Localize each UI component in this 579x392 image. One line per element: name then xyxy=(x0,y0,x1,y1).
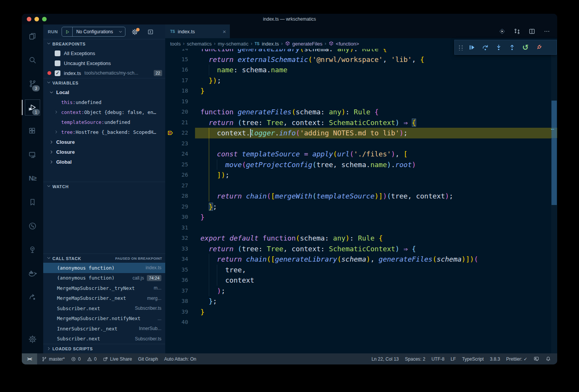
close-tab-icon[interactable]: × xyxy=(223,29,226,34)
variables-scope-local[interactable]: Local xyxy=(43,87,165,97)
overview-ruler[interactable] xyxy=(551,53,557,353)
gutter-line-number[interactable]: 28 xyxy=(165,191,188,202)
variable-row[interactable]: context: Object {debug: false, en… xyxy=(43,107,165,117)
watch-header[interactable]: WATCH xyxy=(43,182,165,191)
gutter-line-number[interactable]: 38 xyxy=(165,296,188,307)
code-line[interactable]: 15 return externalSchematic('@nrwl/works… xyxy=(165,54,551,65)
continue-button[interactable] xyxy=(466,42,478,53)
gutter-line-number[interactable]: 15 xyxy=(165,54,188,65)
gutter-line-number[interactable]: 24 xyxy=(165,149,188,159)
start-debug-icon[interactable] xyxy=(62,29,72,34)
checkbox[interactable] xyxy=(55,60,60,66)
code-line[interactable]: 29 }; xyxy=(165,202,551,212)
status-item-ln-22-col-13[interactable]: Ln 22, Col 13 xyxy=(368,353,402,364)
code-line[interactable]: 22 context.logger.info('adding NOTES.md … xyxy=(165,128,551,138)
gutter-line-number[interactable]: 39 xyxy=(165,307,188,317)
configuration-value[interactable]: No Configurations xyxy=(73,29,115,34)
code-line[interactable]: 20function generateFiles(schema: any): R… xyxy=(165,107,551,117)
open-changes-button[interactable] xyxy=(514,28,520,35)
checkbox[interactable]: ✓ xyxy=(55,70,60,76)
breadcrumb-item[interactable]: schematics xyxy=(187,41,211,47)
call-stack-frame[interactable]: Subscriber.nextSubscriber.ts xyxy=(43,303,165,314)
configure-gear-button[interactable] xyxy=(132,29,138,35)
code-line[interactable]: 17 }); xyxy=(165,75,551,86)
code-line[interactable]: 24 const templateSource = apply(url('./f… xyxy=(165,149,551,159)
code-line[interactable]: 25 move(getProjectConfig(tree, schema.na… xyxy=(165,159,551,170)
tab-index-ts[interactable]: TS index.ts × xyxy=(165,24,230,38)
gutter-line-number[interactable]: 26 xyxy=(165,170,188,181)
gutter-line-number[interactable]: 35 xyxy=(165,265,188,275)
checkbox[interactable] xyxy=(55,50,60,56)
drag-handle[interactable] xyxy=(458,44,463,50)
code-line[interactable]: 30} xyxy=(165,212,551,223)
status-item-git-graph[interactable]: Git Graph xyxy=(135,353,161,364)
breadcrumb-item[interactable]: tools xyxy=(170,41,181,47)
variable-row[interactable]: this: undefined xyxy=(43,97,165,107)
variable-row[interactable]: tree: HostTree {_backend: ScopedH… xyxy=(43,127,165,137)
title-bar[interactable]: index.ts — wrkschematics xyxy=(22,14,557,24)
more-actions-button[interactable] xyxy=(543,28,550,35)
restart-button[interactable]: ↺ xyxy=(519,42,532,53)
code-line[interactable]: 36 context xyxy=(165,275,551,286)
step-into-button[interactable] xyxy=(493,42,505,53)
call-stack-frame[interactable]: Subscriber.nextSubscriber.ts xyxy=(43,334,165,344)
activity-item-nx-console[interactable]: N≥ xyxy=(22,167,43,190)
call-stack-frame[interactable]: MergeMapSubscriber._nextmerg... xyxy=(43,293,165,304)
breadcrumb-item[interactable]: my-schematic xyxy=(218,41,249,47)
breadcrumb-item[interactable]: index.ts xyxy=(262,41,279,47)
code-line[interactable]: 23 xyxy=(165,138,551,149)
status-item-share[interactable]: Live Share xyxy=(100,353,135,364)
code-line[interactable]: 35 tree, xyxy=(165,265,551,275)
activity-item-extensions[interactable] xyxy=(22,119,43,143)
code-line[interactable]: 38 }; xyxy=(165,296,551,307)
code-line[interactable]: 39} xyxy=(165,307,551,317)
variables-scope-closure[interactable]: Closure xyxy=(43,137,165,147)
code-line[interactable]: 31 xyxy=(165,223,551,233)
activity-item-live-share[interactable] xyxy=(22,285,43,309)
status-item-bell[interactable] xyxy=(542,353,554,364)
code-line[interactable]: 32export default function(schema: any): … xyxy=(165,233,551,244)
traffic-lights[interactable] xyxy=(27,17,47,21)
activity-item-bookmarks[interactable] xyxy=(22,190,43,214)
gutter-line-number[interactable]: 17 xyxy=(165,75,188,86)
variable-row[interactable]: templateSource: undefined xyxy=(43,117,165,127)
configuration-dropdown[interactable]: No Configurations xyxy=(62,27,125,37)
status-item-prettier-[interactable]: Prettier: ✓ xyxy=(503,353,530,364)
gutter-line-number[interactable]: 23 xyxy=(165,138,188,149)
breakpoint-row[interactable]: All Exceptions xyxy=(43,48,165,58)
status-item-lf[interactable]: LF xyxy=(447,353,459,364)
status-item-auto-attach-on[interactable]: Auto Attach: On xyxy=(161,353,199,364)
variables-scope-global[interactable]: Global xyxy=(43,157,165,167)
activity-item-docker[interactable] xyxy=(22,262,43,285)
scrollbar-slider[interactable] xyxy=(551,101,557,205)
step-over-button[interactable] xyxy=(479,42,491,53)
breadcrumb-item[interactable]: generateFiles xyxy=(292,41,322,47)
gutter-line-number[interactable]: 40 xyxy=(165,317,188,328)
code-line[interactable]: 18} xyxy=(165,86,551,96)
breadcrumb-item[interactable]: <function> xyxy=(336,41,359,47)
status-item-warning[interactable]: 0 xyxy=(84,353,100,364)
code-line[interactable]: 26 ]); xyxy=(165,170,551,181)
disconnect-button[interactable] xyxy=(533,42,545,53)
activity-item-run-debug[interactable]: 1 xyxy=(22,96,43,119)
gutter-line-number[interactable]: 34 xyxy=(165,254,188,265)
gutter-line-number[interactable]: 36 xyxy=(165,275,188,286)
status-item-remote[interactable]: >< xyxy=(22,353,37,364)
gutter-line-number[interactable]: 30 xyxy=(165,212,188,223)
call-stack-frame[interactable]: MergeMapSubscriber.notifyNext... xyxy=(43,314,165,324)
variables-scope-closure[interactable]: Closure xyxy=(43,147,165,157)
breakpoint-current-icon[interactable] xyxy=(168,130,174,138)
call-stack-frame[interactable]: (anonymous function)call.js74:24 xyxy=(43,273,165,283)
activity-item-source-control[interactable]: 3 xyxy=(22,72,43,96)
gutter-line-number[interactable]: 20 xyxy=(165,107,188,117)
status-item-typescript[interactable]: TypeScript xyxy=(459,353,487,364)
gutter-line-number[interactable]: 16 xyxy=(165,65,188,75)
code-line[interactable]: 27 xyxy=(165,181,551,191)
status-item-feedback[interactable] xyxy=(530,353,542,364)
code-line[interactable]: 37 ); xyxy=(165,286,551,296)
gutter-line-number[interactable]: 29 xyxy=(165,202,188,212)
open-debug-console-button[interactable] xyxy=(147,29,154,35)
activity-item-settings[interactable] xyxy=(22,327,43,351)
run-file-button[interactable] xyxy=(499,28,506,35)
code-line[interactable]: 28 return chain([mergeWith(templateSourc… xyxy=(165,191,551,202)
